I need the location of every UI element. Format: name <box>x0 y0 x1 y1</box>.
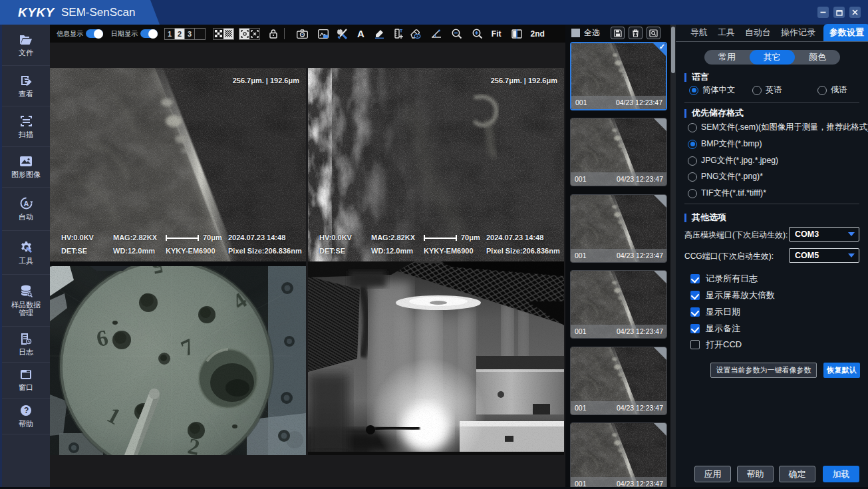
save-image-button[interactable] <box>318 29 329 39</box>
checker-coarse-button[interactable] <box>214 29 223 39</box>
view-4-button[interactable] <box>195 29 205 39</box>
sem-image-2[interactable]: 256.7μm. | 192.6μm HV:0.0KV MAG:2.82KX 7… <box>308 68 564 261</box>
zoom-in-button[interactable] <box>472 29 483 39</box>
thumbnail-scrollbar[interactable] <box>670 25 676 489</box>
sidebar-item-view[interactable]: 查看 <box>2 66 50 106</box>
restore-default-button[interactable]: 恢复默认 <box>823 363 860 378</box>
segment-color[interactable]: 颜色 <box>795 50 840 65</box>
apply-button[interactable]: 应用 <box>694 466 731 482</box>
sem1-wd: WD:12.0mm <box>113 247 155 255</box>
ccg-port-dropdown[interactable]: COM5 <box>789 248 859 263</box>
database-icon <box>20 285 33 297</box>
radio-lang-ru[interactable]: 俄语 <box>817 84 847 96</box>
info-display-toggle[interactable] <box>86 29 103 38</box>
sem2-wd: WD:12.0mm <box>371 247 413 255</box>
sidebar-item-scan[interactable]: 扫描 <box>2 106 50 147</box>
thumbnail-5[interactable]: 00104/23 12:23:47 <box>570 347 667 415</box>
set-preset-button[interactable]: 设置当前参数为一键看像参数 <box>710 363 817 378</box>
sem1-mag: MAG:2.82KX <box>113 234 157 242</box>
help-button[interactable]: 帮助 <box>737 466 774 482</box>
chamber-camera-view[interactable] <box>308 261 564 455</box>
radio-lang-zh[interactable]: 简体中文 <box>689 84 735 96</box>
delete-selected-button[interactable] <box>629 27 643 39</box>
sidebar-item-log[interactable]: 日志 <box>2 327 50 363</box>
segment-common[interactable]: 常用 <box>704 50 750 65</box>
checker-fine-button[interactable] <box>223 29 233 39</box>
expand-select-button[interactable] <box>249 29 259 39</box>
fit-button[interactable]: Fit <box>492 29 502 39</box>
stage-camera-picture <box>50 261 306 455</box>
thumbnail-1[interactable]: ✓ 00104/23 12:23:47 <box>570 42 667 110</box>
settings-panel: 导航 工具 自动台 操作记录 参数设置 常用 其它 颜色 语言 简体中文 英语 … <box>676 25 868 489</box>
angle-measure-button[interactable] <box>431 29 442 38</box>
tab-parameter-settings[interactable]: 参数设置 <box>823 24 868 41</box>
thumbnail-3[interactable]: 00104/23 12:23:47 <box>570 194 667 263</box>
second-view-button[interactable]: 2nd <box>531 29 545 39</box>
segment-other[interactable]: 其它 <box>750 50 795 65</box>
ok-button[interactable]: 确定 <box>779 466 815 482</box>
radio-format-bmp[interactable]: BMP文件(*.bmp) <box>688 138 762 150</box>
check-show-screen-mag[interactable]: 显示屏幕放大倍数 <box>690 289 775 301</box>
minimize-button[interactable] <box>817 7 829 18</box>
tab-navigation[interactable]: 导航 <box>686 24 712 41</box>
divider <box>684 102 859 103</box>
area-select-button[interactable] <box>239 29 249 39</box>
thumbnail-6[interactable]: 00104/23 12:23:47 <box>570 422 667 489</box>
close-button[interactable] <box>849 7 861 18</box>
radio-lang-en[interactable]: 英语 <box>752 84 782 96</box>
radio-format-jpg[interactable]: JPG文件(*.jpg.*.jpeg) <box>688 155 778 166</box>
preview-export-button[interactable] <box>647 27 660 39</box>
sidebar-item-tools[interactable]: 工具 <box>2 231 50 275</box>
panel-tabs: 导航 工具 自动台 操作记录 参数设置 <box>676 25 868 42</box>
text-annotation-button[interactable]: A <box>357 28 364 39</box>
sem-image-1[interactable]: 256.7μm. | 192.6μm HV:0.0KV MAG:2.82KX 7… <box>50 68 306 261</box>
radio-format-tif[interactable]: TIF文件(*.tif.*tifff)* <box>688 188 766 199</box>
thumbnail-2[interactable]: 00104/23 12:23:47 <box>570 118 667 186</box>
maximize-button[interactable] <box>833 7 845 18</box>
dropdown-caret-icon <box>848 232 855 236</box>
measure-add-button[interactable] <box>394 29 404 39</box>
sidebar-item-sample-data[interactable]: 样品数据管理 <box>2 275 50 327</box>
lock-button[interactable] <box>269 29 278 39</box>
help-icon: ? <box>20 405 32 416</box>
radio-format-png[interactable]: PNG文件(*.png)* <box>688 171 763 182</box>
hv-port-dropdown[interactable]: COM3 <box>789 227 859 242</box>
capture-button[interactable] <box>297 29 308 39</box>
sidebar-item-window[interactable]: 窗口 <box>2 363 50 399</box>
view-3-button[interactable]: 3 <box>185 29 195 39</box>
sidebar-item-file[interactable]: 文件 <box>2 25 50 66</box>
load-button[interactable]: 加载 <box>823 466 859 482</box>
radio-selected-icon <box>688 140 697 149</box>
check-show-note[interactable]: 显示备注 <box>690 323 740 335</box>
view-1-button[interactable]: 1 <box>165 29 175 39</box>
select-all-checkbox[interactable] <box>571 29 580 37</box>
check-show-date[interactable]: 显示日期 <box>690 306 740 318</box>
view-2-button[interactable]: 2 <box>175 29 185 39</box>
ccg-port-label: CCG端口(下次启动生效): <box>684 251 774 262</box>
measure-circle-button[interactable] <box>410 29 421 39</box>
sidebar-item-help[interactable]: ? 帮助 <box>2 399 50 434</box>
draw-annotation-button[interactable] <box>374 29 384 39</box>
sidebar-item-auto[interactable]: A 自动 <box>2 188 50 231</box>
scrollbar-thumb[interactable] <box>671 27 675 73</box>
check-log-all[interactable]: 记录所有日志 <box>690 273 758 285</box>
save-icon <box>614 29 622 37</box>
split-view-button[interactable] <box>511 29 522 39</box>
image-icon <box>19 156 33 167</box>
tab-operation-log[interactable]: 操作记录 <box>777 24 819 41</box>
thumbnail-4[interactable]: 00104/23 12:23:47 <box>570 270 667 339</box>
stage-camera-view[interactable] <box>50 261 306 455</box>
radio-format-sem[interactable]: SEM文件(.sem)(如图像用于测量，推荐此格式) <box>688 122 868 133</box>
angle-icon <box>431 29 442 38</box>
tab-tools[interactable]: 工具 <box>714 24 739 41</box>
check-open-ccd[interactable]: 打开CCD <box>690 339 742 351</box>
pixel-mode-group <box>213 28 234 40</box>
date-display-toggle[interactable] <box>140 29 158 38</box>
save-selected-button[interactable] <box>611 27 625 39</box>
tab-auto-stage[interactable]: 自动台 <box>741 24 775 41</box>
zoom-out-button[interactable] <box>452 29 462 39</box>
folder-icon <box>19 34 33 45</box>
sem1-scalebar: 70μm <box>166 234 222 242</box>
sidebar-item-image[interactable]: 图形图像 <box>2 147 50 188</box>
adjust-tools-button[interactable] <box>337 29 348 39</box>
